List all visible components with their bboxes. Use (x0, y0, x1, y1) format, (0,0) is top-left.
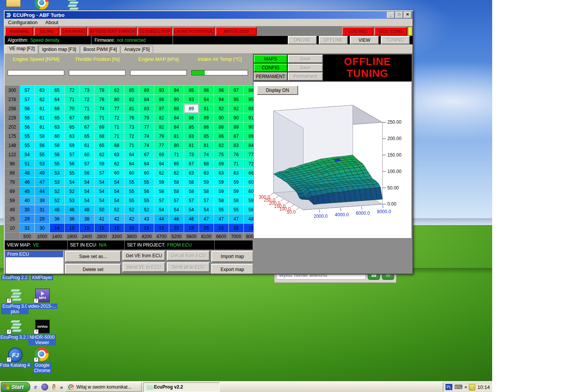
ve-cell[interactable]: 36 (50, 214, 65, 224)
ve-cell[interactable]: 95 (184, 86, 199, 95)
send-all-to-ecu-button[interactable]: Send all to ECU (167, 262, 210, 272)
ve-cell[interactable]: 83 (139, 104, 154, 113)
ve-cell[interactable]: 84 (139, 95, 154, 104)
ve-cell[interactable]: 55 (124, 196, 139, 205)
ve-cell[interactable]: 72 (65, 86, 80, 95)
permament-button[interactable]: PERMAMENT (254, 72, 287, 81)
ve-cell[interactable]: 57 (154, 196, 169, 205)
keyboard-icon[interactable]: ⌨ (454, 384, 463, 390)
ve-cell[interactable]: 96 (214, 86, 229, 95)
ve-cell[interactable]: 57 (199, 196, 214, 205)
ve-cell[interactable]: 58 (214, 196, 229, 205)
ve-cell[interactable]: 76 (229, 150, 244, 159)
ve-cell[interactable]: 54 (184, 205, 199, 214)
ve-cell[interactable]: 15 (139, 224, 154, 233)
ve-cell[interactable]: 48 (80, 205, 95, 214)
ve-cell[interactable]: 89 (199, 113, 214, 122)
ve-cell[interactable]: 71 (124, 141, 139, 150)
ve-cell[interactable]: 55 (50, 159, 65, 168)
ve-cell[interactable]: 57 (65, 150, 80, 159)
ve-cell[interactable]: 55 (214, 205, 229, 214)
ve-cell[interactable]: 57 (80, 159, 95, 168)
delete-set-button[interactable]: Delete set (65, 264, 121, 274)
ve-cell[interactable]: 38 (80, 214, 95, 224)
ve-cell[interactable]: 64 (124, 159, 139, 168)
ve-cell[interactable]: 43 (139, 214, 154, 224)
ve-cell[interactable]: 54 (95, 178, 109, 187)
ve-cell[interactable]: 77 (154, 141, 169, 150)
ve-cell[interactable]: 95 (229, 95, 244, 104)
ve-cell[interactable]: 44 (35, 187, 50, 196)
ve-cell[interactable]: 56 (65, 159, 80, 168)
ve-cell[interactable]: 79 (154, 132, 169, 141)
ve-cell[interactable]: 46 (169, 214, 184, 224)
ve-cell[interactable]: 57 (95, 168, 109, 178)
ve-cell[interactable]: 54 (65, 178, 80, 187)
ve-cell[interactable]: 59 (229, 178, 244, 187)
ve-cell[interactable]: 82 (109, 86, 124, 95)
ve-cell[interactable]: 51 (20, 159, 35, 168)
ve-cell[interactable]: 88 (169, 104, 184, 113)
ve-cell[interactable]: 66 (50, 104, 65, 113)
tab-boost-pwm-f4[interactable]: Boost PWM [F4] (80, 46, 120, 53)
ve-cell[interactable]: 71 (109, 132, 124, 141)
ve-cell[interactable]: 94 (214, 95, 229, 104)
desktop-icon-google-chrome[interactable]: ↗GoogleChrome (24, 347, 60, 373)
menu-configuration[interactable]: Configuration (8, 20, 38, 25)
ve-cell[interactable]: 62 (109, 159, 124, 168)
quick-launch-ie-icon[interactable]: e (32, 383, 39, 391)
ve-cell[interactable]: 54 (80, 187, 95, 196)
minimize-button[interactable]: _ (387, 12, 395, 18)
status-anti-flood[interactable]: ANTI FLOOD (215, 27, 257, 36)
ve-cell[interactable]: 59 (65, 141, 80, 150)
ve-cell[interactable]: 60 (139, 168, 154, 178)
ve-cell[interactable]: 46 (50, 205, 65, 214)
ve-cell[interactable]: 53 (35, 159, 50, 168)
ve-cell[interactable]: 29 (35, 214, 50, 224)
desktop-icon-video-2015[interactable]: MP4↗video-2015-... (24, 288, 60, 309)
ve-cell[interactable]: 42 (124, 214, 139, 224)
ve-cell[interactable]: 55 (20, 132, 35, 141)
ve-cell[interactable]: 15 (199, 224, 214, 233)
ve-cell[interactable]: 71 (169, 150, 184, 159)
maximize-button[interactable]: □ (395, 12, 403, 18)
ve-cell[interactable]: 61 (35, 113, 50, 122)
import-map-button[interactable]: Import map (211, 251, 253, 262)
ve-cell[interactable]: 61 (80, 141, 95, 150)
ve-cell[interactable]: 69 (95, 122, 109, 132)
desktop-icon-partial-folder[interactable] (6, 0, 21, 7)
ve-cell[interactable]: 64 (154, 159, 169, 168)
ve-cell[interactable]: 92 (214, 104, 229, 113)
ve-cell[interactable]: 47 (35, 178, 50, 187)
ve-cell[interactable]: 54 (109, 187, 124, 196)
ve-cell[interactable]: 59 (214, 187, 229, 196)
ve-cell[interactable]: 15 (80, 224, 95, 233)
ve-cell[interactable]: 65 (65, 122, 80, 132)
ve-cell[interactable]: 65 (80, 132, 95, 141)
ve-cell[interactable]: 71 (80, 104, 95, 113)
ve-cell[interactable]: 67 (80, 122, 95, 132)
log-rec-button[interactable]: LOG REC (342, 27, 374, 36)
ve-cell[interactable]: 74 (199, 150, 214, 159)
ve-cell[interactable]: 29 (20, 214, 35, 224)
ve-cell[interactable]: 54 (80, 196, 95, 205)
ve-cell[interactable]: 15 (214, 224, 229, 233)
desktop-icon-nhdr-5000-viewer[interactable]: noVus↗NHDR-5000Viewer (24, 319, 60, 345)
config-save-button[interactable]: Save (288, 64, 323, 72)
status-afterstart-enrich[interactable]: AFTERSTART ENRICH (88, 27, 137, 36)
ve-cell[interactable]: 74 (139, 141, 154, 150)
ve-cell[interactable]: 53 (65, 196, 80, 205)
ve-cell[interactable]: 64 (139, 159, 154, 168)
ve-cell[interactable]: 63 (214, 168, 229, 178)
ve-cell[interactable]: 73 (124, 122, 139, 132)
ve-cell[interactable]: 54 (95, 187, 109, 196)
ve-cell[interactable]: 52 (109, 205, 124, 214)
tuning-button[interactable]: TUNING (381, 36, 410, 44)
view-button[interactable]: VIEW (350, 36, 379, 44)
tray-app-icon[interactable] (469, 384, 475, 390)
ve-cell[interactable]: 69 (214, 159, 229, 168)
ve-cell[interactable]: 71 (95, 113, 109, 122)
ve-cell[interactable]: 86 (214, 132, 229, 141)
ve-cell[interactable]: 46 (65, 205, 80, 214)
ve-cell[interactable]: 89 (229, 122, 244, 132)
